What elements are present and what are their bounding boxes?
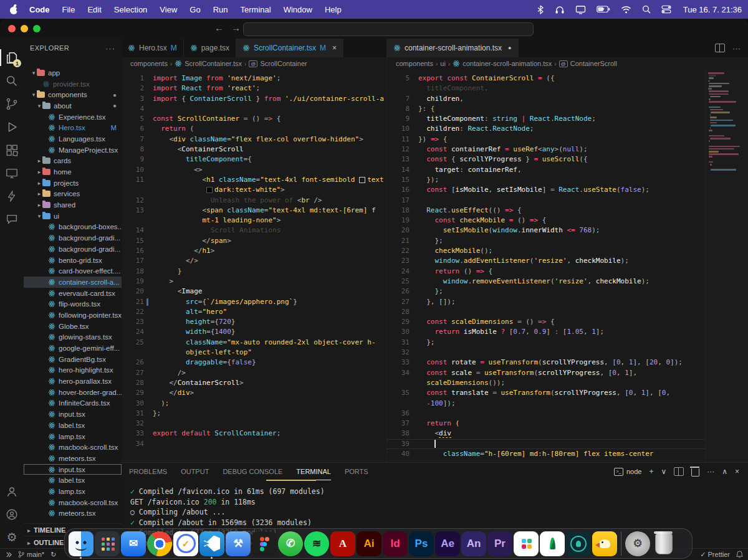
notifications-bell-icon[interactable]: [736, 551, 743, 558]
source-control-icon[interactable]: [0, 92, 24, 115]
code-line[interactable]: 22alt="hero": [122, 307, 386, 317]
dock-ticktick-icon[interactable]: ✓: [173, 531, 198, 556]
tree-file-background-gradi-[interactable]: background-gradi...: [24, 232, 122, 244]
code-line[interactable]: 19>: [122, 277, 386, 287]
dock-figma-icon[interactable]: [252, 531, 277, 556]
tree-file-bento-grid-tsx[interactable]: bento-grid.tsx: [24, 255, 122, 266]
panel-tab-debug-console[interactable]: DEBUG CONSOLE: [223, 463, 282, 480]
menu-help[interactable]: Help: [319, 5, 348, 14]
code-line[interactable]: 13<span className="text-4xl md:text-[6re…: [122, 206, 386, 216]
tree-file-glowing-stars-tsx[interactable]: glowing-stars.tsx: [24, 332, 122, 343]
tree-file-google-gemini-eff-[interactable]: google-gemini-eff...: [24, 343, 122, 354]
code-line[interactable]: 27}, []);: [387, 297, 706, 307]
code-line[interactable]: 25className="mx-auto rounded-2xl object-…: [122, 338, 386, 348]
tree-folder-cards[interactable]: ▸cards: [24, 156, 122, 167]
code-line[interactable]: 34const scale = useTransform(scrollYProg…: [387, 368, 706, 378]
code-line[interactable]: 30);: [122, 399, 386, 409]
editor-scrollcontainer[interactable]: 1import Image from 'next/image';2import …: [122, 70, 387, 463]
code-line[interactable]: 18React.useEffect(() => {: [387, 206, 706, 216]
code-line[interactable]: 6return (: [122, 124, 386, 134]
tree-file-hero-highlight-tsx[interactable]: hero-highlight.tsx: [24, 365, 122, 376]
code-line[interactable]: object-left-top": [122, 348, 386, 358]
code-line[interactable]: 27/>: [122, 368, 386, 378]
split-editor-icon[interactable]: [715, 44, 725, 52]
code-line[interactable]: 12Unleash the power of <br />: [122, 196, 386, 206]
split-terminal-icon[interactable]: [674, 467, 684, 476]
tree-file-input-tsx[interactable]: input.tsx: [24, 409, 122, 420]
dock-mongodb-icon[interactable]: [540, 531, 565, 556]
dock-photoshop-icon[interactable]: Ps: [409, 531, 434, 556]
editor-container-scroll-animation[interactable]: 5export const ContainerScroll = ({titleC…: [387, 70, 748, 463]
panel-tab-terminal[interactable]: TERMINAL: [296, 463, 331, 480]
tree-file-hover-border-grad-[interactable]: hover-border-grad...: [24, 387, 122, 398]
terminal-instance-node[interactable]: >_node: [614, 468, 641, 476]
breadcrumb-item[interactable]: components: [130, 60, 168, 67]
code-line[interactable]: 36: [387, 409, 706, 419]
code-line[interactable]: 8}: {: [387, 104, 706, 114]
close-window-button[interactable]: [8, 25, 16, 32]
menu-edit[interactable]: Edit: [81, 5, 107, 14]
code-line[interactable]: 2import React from 'react';: [122, 83, 386, 93]
tree-file-meteors-tsx[interactable]: meteors.tsx: [24, 508, 122, 520]
headphones-icon[interactable]: [555, 5, 565, 14]
search-icon[interactable]: [642, 5, 651, 14]
code-line[interactable]: 9titleComponent: string | React.ReactNod…: [387, 114, 706, 124]
code-line[interactable]: 24return () => {: [387, 267, 706, 277]
tree-file-infinitecards-tsx[interactable]: InfiniteCards.tsx: [24, 398, 122, 409]
remote-window-icon[interactable]: [0, 161, 24, 184]
chat-icon[interactable]: [0, 207, 24, 230]
menu-go[interactable]: Go: [183, 5, 206, 14]
nav-back-icon[interactable]: ←: [214, 22, 224, 33]
search-icon[interactable]: [0, 69, 24, 92]
dock-animate-icon[interactable]: An: [461, 531, 486, 556]
tree-file-experience-tsx[interactable]: Experience.tsx: [24, 112, 122, 123]
tree-file-card-hover-effect-[interactable]: card-hover-effect....: [24, 265, 122, 277]
breadcrumb-item[interactable]: ScrollContainer: [260, 60, 307, 67]
code-line[interactable]: 31};: [122, 409, 386, 419]
code-line[interactable]: 16const [isMobile, setIsMobile] = React.…: [387, 185, 706, 195]
code-line[interactable]: 11}) => {: [387, 135, 706, 145]
dock-cyberduck-icon[interactable]: [592, 531, 617, 556]
code-line[interactable]: 7<div className="flex flex-col overflow-…: [122, 135, 386, 145]
code-line[interactable]: 33const rotate = useTransform(scrollYPro…: [387, 358, 706, 368]
dock-indesign-icon[interactable]: Id: [383, 531, 408, 556]
menubar-clock[interactable]: Tue 16. 7. 21:36: [683, 5, 742, 14]
code-line[interactable]: 32: [122, 419, 386, 429]
battery-icon[interactable]: [597, 6, 610, 13]
settings-gear-icon[interactable]: ⚙: [0, 526, 24, 549]
tree-file-manageproject-tsx[interactable]: ManageProject.tsx: [24, 145, 122, 156]
breadcrumb-item[interactable]: container-scroll-animation.tsx: [463, 60, 552, 67]
dock-trash-icon[interactable]: [651, 531, 676, 556]
code-line[interactable]: 1import Image from 'next/image';: [122, 74, 386, 83]
dock-spotify-icon[interactable]: ≋: [304, 531, 329, 556]
code-line[interactable]: 26};: [387, 287, 706, 297]
tree-folder-services[interactable]: ▸services: [24, 189, 122, 200]
remote-icon[interactable]: [5, 551, 12, 558]
tree-file-meteors-tsx[interactable]: meteors.tsx: [24, 453, 122, 464]
code-line[interactable]: 16</h1>: [122, 246, 386, 256]
tree-file-background-gradi-[interactable]: background-gradi...: [24, 244, 122, 255]
tree-file-label-tsx[interactable]: label.tsx: [24, 420, 122, 431]
tree-file-lamp-tsx[interactable]: lamp.tsx: [24, 431, 122, 442]
code-line[interactable]: 30return isMobile ? [0.7, 0.9] : [1.05, …: [387, 327, 706, 337]
dirty-dot-icon[interactable]: ●: [508, 45, 511, 51]
code-line[interactable]: 39: [387, 439, 706, 449]
code-line[interactable]: 17</>: [122, 256, 386, 266]
tree-file-gradientbg-tsx[interactable]: GradientBg.tsx: [24, 354, 122, 365]
code-line[interactable]: 40className="h-[60rem] md:h-[80rem] flex…: [387, 449, 706, 459]
panel-tab-output[interactable]: OUTPUT: [181, 463, 209, 480]
tree-file-hero-parallax-tsx[interactable]: hero-parallax.tsx: [24, 376, 122, 387]
code-line[interactable]: 25window.removeEventListener('resize', c…: [387, 277, 706, 287]
code-line[interactable]: 10<>: [122, 165, 386, 175]
more-icon[interactable]: ···: [707, 467, 714, 476]
lightning-icon[interactable]: [0, 184, 24, 207]
code-line[interactable]: 3import { ContainerScroll } from './ui/c…: [122, 94, 386, 104]
code-line[interactable]: 4: [122, 104, 386, 114]
code-line[interactable]: 11<h1 className="text-4xl font-semibold …: [122, 175, 386, 185]
code-line[interactable]: titleComponent,: [387, 83, 706, 93]
tab-page.tsx[interactable]: page.tsx: [184, 39, 236, 57]
maximize-panel-icon[interactable]: ∧: [722, 467, 727, 476]
dock-launchpad-icon[interactable]: [95, 531, 120, 556]
explorer-more-icon[interactable]: ···: [105, 44, 115, 53]
tree-file-input-tsx[interactable]: input.tsx: [24, 464, 122, 475]
